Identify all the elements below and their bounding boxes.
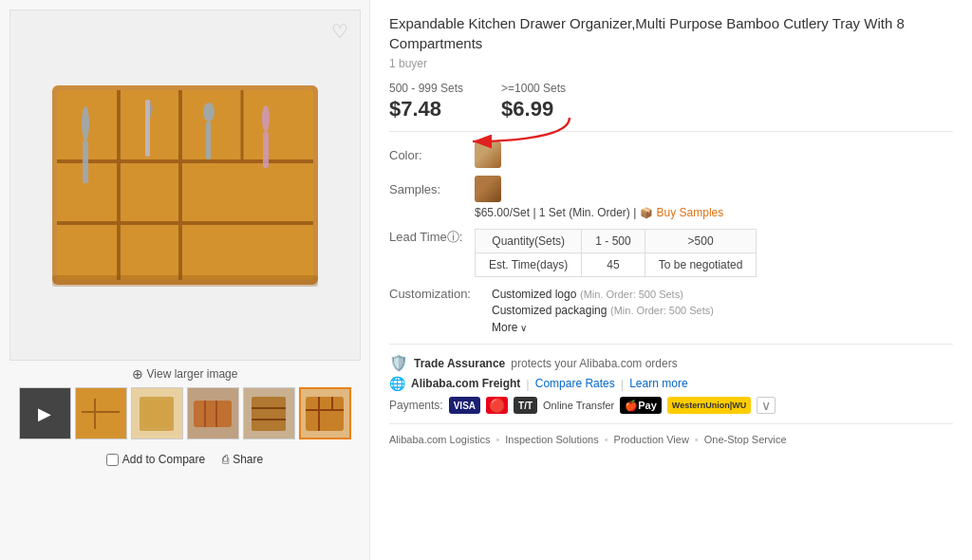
thumbnail-4[interactable] <box>243 387 295 439</box>
payments-more-icon[interactable]: ∨ <box>757 397 776 414</box>
lt-col1: Quantity(Sets) <box>476 230 582 253</box>
svg-point-11 <box>203 103 215 121</box>
lt-col2: 1 - 500 <box>582 230 645 253</box>
production-view-link[interactable]: Production View <box>614 434 689 445</box>
svg-rect-20 <box>143 401 170 427</box>
customization-section: Customization: Customized logo (Min. Ord… <box>389 287 953 334</box>
buy-samples-link[interactable]: Buy Samples <box>657 206 724 219</box>
share-icon: ⎙ <box>222 453 229 466</box>
svg-point-13 <box>262 105 270 132</box>
thumbnail-5[interactable] <box>299 387 351 439</box>
lt-row1-col2: 45 <box>582 253 645 277</box>
sample-price: $65.00/Set | 1 Set (Min. Order) | <box>475 206 636 219</box>
red-arrow <box>465 108 579 159</box>
divider-3 <box>389 423 953 424</box>
svg-rect-21 <box>194 401 232 427</box>
add-compare-label: Add to Compare <box>122 453 205 466</box>
thumbnail-list: ▶ <box>19 387 351 439</box>
learn-more-link[interactable]: Learn more <box>629 377 687 390</box>
compare-checkbox[interactable] <box>106 454 119 466</box>
trade-assurance-label: Trade Assurance <box>414 357 505 370</box>
svg-rect-9 <box>145 100 150 157</box>
visa-badge: VISA <box>449 397 480 414</box>
thumbnail-3[interactable] <box>187 387 239 439</box>
online-transfer-label: Online Transfer <box>543 400 614 411</box>
svg-point-7 <box>82 106 89 140</box>
tier1-range: 500 - 999 Sets <box>389 82 463 95</box>
zoom-icon: ⊕ <box>132 366 143 382</box>
applepay-badge: 🍎Pay <box>620 397 662 414</box>
thumbnail-video[interactable]: ▶ <box>19 387 71 439</box>
globe-icon: 🌐 <box>389 376 405 391</box>
wishlist-icon[interactable]: ♡ <box>331 20 348 43</box>
tt-badge: T/T <box>514 397 537 414</box>
svg-rect-12 <box>206 121 211 159</box>
share-button[interactable]: ⎙ Share <box>222 453 263 466</box>
chevron-down-icon: ∨ <box>520 323 527 333</box>
trade-assurance-badge: 🛡️ <box>389 354 408 372</box>
thumbnail-1[interactable] <box>75 387 127 439</box>
samples-inner: Samples: <box>389 176 953 202</box>
footer-links: Alibaba.com Logistics • Inspection Solut… <box>389 434 953 445</box>
svg-rect-8 <box>83 140 88 183</box>
more-label: More <box>492 321 517 334</box>
bottom-actions: Add to Compare ⎙ Share <box>106 447 263 472</box>
compare-rates-link[interactable]: Compare Rates <box>535 377 615 390</box>
footer-sep-2: • <box>605 434 608 445</box>
add-to-compare[interactable]: Add to Compare <box>106 453 205 466</box>
product-main-image: ♡ <box>9 9 361 361</box>
custom-label: Customization: <box>389 287 484 334</box>
samples-section: Samples: $65.00/Set | 1 Set (Min. Order)… <box>389 176 953 219</box>
svg-rect-14 <box>263 132 269 168</box>
custom-values: Customized logo (Min. Order: 500 Sets) C… <box>492 287 714 334</box>
mastercard-badge: 🔴 <box>486 397 508 414</box>
payments-row: Payments: VISA 🔴 T/T Online Transfer 🍎Pa… <box>389 397 953 414</box>
thumbnail-2[interactable] <box>131 387 183 439</box>
lead-time-data-row: Est. Time(days) 45 To be negotiated <box>476 253 757 277</box>
custom-item-1-min: (Min. Order: 500 Sets) <box>580 289 683 300</box>
divider-2 <box>389 344 953 345</box>
product-title: Expandable Kitchen Drawer Organizer,Mult… <box>389 13 953 53</box>
trade-assurance-sub: protects your Alibaba.com orders <box>511 357 677 370</box>
color-label: Color: <box>389 148 465 162</box>
lead-time-section: Lead Timeⓘ: Quantity(Sets) 1 - 500 >500 … <box>389 229 953 277</box>
svg-rect-16 <box>82 399 120 429</box>
share-label: Share <box>233 453 263 466</box>
svg-rect-27 <box>306 397 344 431</box>
custom-item-1: Customized logo (Min. Order: 500 Sets) <box>492 287 714 301</box>
payments-label: Payments: <box>389 399 443 412</box>
freight-separator-2: | <box>621 377 624 391</box>
tier1-price: $7.48 <box>389 97 463 121</box>
view-larger-label: View larger image <box>147 367 238 381</box>
svg-rect-24 <box>252 397 286 431</box>
lead-time-header-row: Quantity(Sets) 1 - 500 >500 <box>476 230 757 253</box>
more-button[interactable]: More ∨ <box>492 321 714 334</box>
lt-col3: >500 <box>645 230 757 253</box>
custom-item-2-min: (Min. Order: 500 Sets) <box>610 305 714 316</box>
sample-swatch[interactable] <box>475 176 501 202</box>
tier2-range: >=1000 Sets <box>501 82 566 95</box>
samples-label: Samples: <box>389 182 465 196</box>
footer-sep-3: • <box>695 434 699 445</box>
lead-time-label: Lead Timeⓘ: <box>389 229 465 246</box>
buyer-count: 1 buyer <box>389 57 953 70</box>
footer-sep-1: • <box>495 434 499 445</box>
freight-label: Alibaba.com Freight <box>411 377 520 390</box>
price-tier-1: 500 - 999 Sets $7.48 <box>389 82 463 121</box>
view-larger-button[interactable]: ⊕ View larger image <box>132 366 238 382</box>
freight-row: 🌐 Alibaba.com Freight | Compare Rates | … <box>389 376 953 391</box>
buy-samples-icon: 📦 <box>640 207 653 218</box>
custom-item-2-label: Customized packaging <box>492 304 607 317</box>
one-stop-link[interactable]: One-Stop Service <box>704 434 787 445</box>
logistics-link[interactable]: Alibaba.com Logistics <box>389 434 490 445</box>
product-details-panel: Expandable Kitchen Drawer Organizer,Mult… <box>370 0 972 560</box>
trade-assurance-row: 🛡️ Trade Assurance protects your Alibaba… <box>389 354 953 372</box>
price-section: 500 - 999 Sets $7.48 >=1000 Sets $6.99 <box>389 82 953 121</box>
lt-row1-label: Est. Time(days) <box>476 253 582 277</box>
inspection-link[interactable]: Inspection Solutions <box>505 434 598 445</box>
sample-details-row: $65.00/Set | 1 Set (Min. Order) | 📦 Buy … <box>389 205 953 219</box>
lt-row1-col3: To be negotiated <box>645 253 757 277</box>
custom-item-1-label: Customized logo <box>492 288 576 301</box>
svg-rect-1 <box>57 90 313 280</box>
custom-item-2: Customized packaging (Min. Order: 500 Se… <box>492 303 714 317</box>
